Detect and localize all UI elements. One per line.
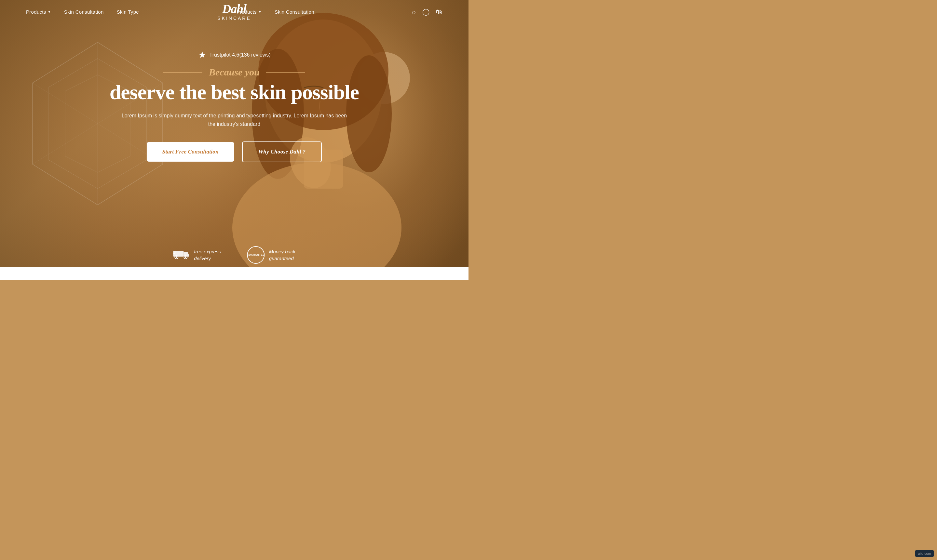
tagline-line-left bbox=[163, 72, 202, 72]
nav-left: Products ▼ Skin Consultation Skin Type bbox=[26, 9, 139, 15]
svg-point-17 bbox=[185, 257, 186, 258]
hero-content: ★ Trustpilot 4.6(136 reviews) Because yo… bbox=[0, 49, 468, 162]
logo: Dahl Skincare bbox=[217, 3, 251, 21]
nav-products-left[interactable]: Products ▼ bbox=[26, 9, 51, 15]
nav-icons: ⌕ ◯ 🛍 bbox=[412, 8, 442, 15]
delivery-text: free express delivery bbox=[194, 248, 221, 262]
why-choose-button[interactable]: Why Choose Dahl ? bbox=[242, 142, 322, 162]
guarantee-text: Money back guaranteed bbox=[269, 248, 296, 262]
nav-skin-consultation-left[interactable]: Skin Consultation bbox=[64, 9, 104, 15]
logo-brand: Dahl bbox=[217, 3, 251, 15]
start-consultation-button[interactable]: Start Free Consultation bbox=[147, 142, 234, 162]
search-icon[interactable]: ⌕ bbox=[412, 8, 416, 15]
chevron-down-icon: ▼ bbox=[258, 10, 262, 14]
trustpilot-text: Trustpilot 4.6(136 reviews) bbox=[210, 52, 271, 58]
user-icon[interactable]: ◯ bbox=[422, 8, 430, 15]
chevron-down-icon: ▼ bbox=[48, 10, 51, 14]
bottom-white-strip bbox=[0, 267, 468, 280]
button-row: Start Free Consultation Why Choose Dahl … bbox=[147, 142, 322, 162]
delivery-truck-icon bbox=[173, 248, 190, 262]
delivery-badge: free express delivery bbox=[173, 248, 221, 262]
tagline-line-right bbox=[266, 72, 305, 72]
tagline-row: Because you bbox=[163, 67, 305, 78]
hero-title: deserve the best skin possible bbox=[109, 81, 359, 104]
star-icon: ★ bbox=[198, 49, 206, 60]
svg-point-16 bbox=[176, 257, 177, 258]
bottom-badges: free express delivery GUARANTEE Money ba… bbox=[173, 246, 295, 264]
cart-icon[interactable]: 🛍 bbox=[436, 8, 442, 15]
hero-description: Lorem Ipsum is simply dummy text of the … bbox=[120, 112, 348, 128]
nav-skin-type[interactable]: Skin Type bbox=[117, 9, 139, 15]
navbar: Products ▼ Skin Consultation Skin Type D… bbox=[0, 0, 468, 23]
logo-tagline: Skincare bbox=[217, 15, 251, 21]
tagline-italic: Because you bbox=[209, 67, 260, 78]
nav-skin-consultation-right[interactable]: Skin Consultation bbox=[274, 9, 314, 15]
trustpilot-row: ★ Trustpilot 4.6(136 reviews) bbox=[198, 49, 271, 60]
guarantee-badge-icon: GUARANTEE bbox=[247, 246, 265, 264]
guarantee-badge: GUARANTEE Money back guaranteed bbox=[247, 246, 296, 264]
